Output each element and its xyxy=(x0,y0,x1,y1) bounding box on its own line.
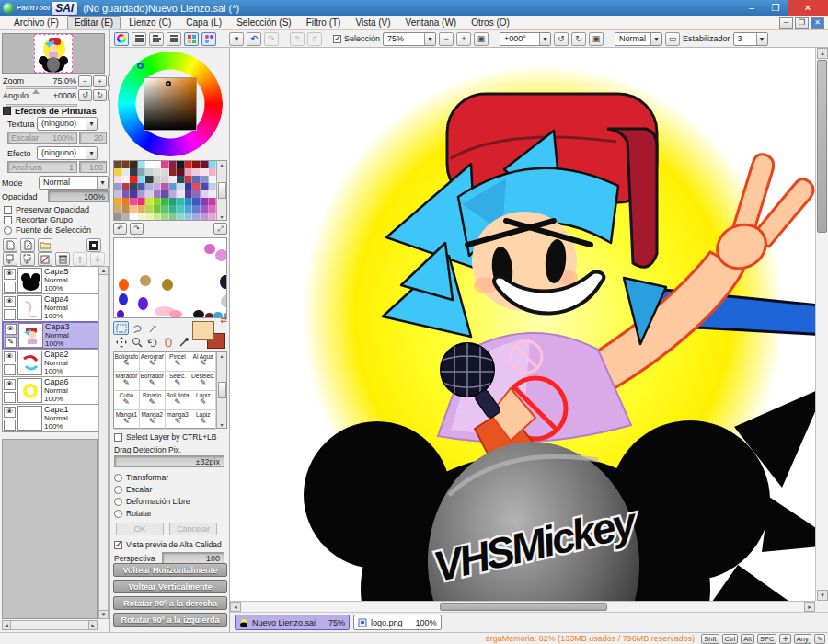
hue-marker[interactable] xyxy=(137,63,144,69)
mdi-close-button[interactable]: ✕ xyxy=(811,17,824,29)
swatch[interactable] xyxy=(154,161,162,168)
swatch[interactable] xyxy=(201,190,209,198)
swatch[interactable] xyxy=(161,190,169,198)
recortar-row[interactable]: Recortar Grupo xyxy=(0,215,73,224)
tool-cell[interactable]: Lapiz xyxy=(190,410,216,430)
swatch[interactable] xyxy=(209,190,217,198)
layer-list-vscrollbar[interactable]: ▴ ▾ xyxy=(98,266,109,619)
estabilizador-select[interactable]: 3 xyxy=(733,32,768,46)
minimize-button[interactable]: – xyxy=(740,0,764,16)
swatch[interactable] xyxy=(114,176,122,183)
merge-down-button[interactable] xyxy=(20,252,35,266)
swatch[interactable] xyxy=(201,176,209,183)
swatch[interactable] xyxy=(114,205,122,213)
swatch[interactable] xyxy=(138,176,146,183)
layer-row-capa2[interactable]: 👁 Capa2Normal100% xyxy=(2,349,99,377)
swatch[interactable] xyxy=(201,161,209,168)
swatch[interactable] xyxy=(138,205,146,213)
swatch[interactable] xyxy=(138,213,146,220)
menu-lienzo[interactable]: Lienzo (C) xyxy=(122,17,178,29)
vscroll-thumb[interactable] xyxy=(817,60,827,233)
navigator[interactable] xyxy=(2,33,105,74)
swatch[interactable] xyxy=(122,213,131,220)
escalar-radio[interactable] xyxy=(114,486,122,494)
visibility-eye-icon[interactable]: 👁 xyxy=(5,324,17,335)
raise-layer-button[interactable] xyxy=(73,252,87,266)
tool-cell[interactable]: Lapiz xyxy=(190,391,216,410)
swatch[interactable] xyxy=(145,205,154,213)
canvas-viewport[interactable]: VHSMickey xyxy=(230,48,815,601)
swatch[interactable] xyxy=(130,213,138,220)
swatch[interactable] xyxy=(209,205,217,213)
tool-cell[interactable]: Binario xyxy=(140,391,166,410)
rotate-ccw-button[interactable]: ↺ xyxy=(554,32,569,46)
swatch[interactable] xyxy=(192,205,201,213)
menu-seleccion[interactable]: Selección (S) xyxy=(230,17,297,29)
swatch[interactable] xyxy=(138,190,146,198)
swatch[interactable] xyxy=(154,183,162,190)
menu-capa[interactable]: Capa (L) xyxy=(179,17,228,29)
preservar-row[interactable]: Preservar Opacidad xyxy=(0,205,89,214)
swatch[interactable] xyxy=(177,176,185,183)
swatch[interactable] xyxy=(185,198,193,205)
swatch[interactable] xyxy=(209,183,217,190)
sv-marker[interactable] xyxy=(166,81,171,86)
swatch[interactable] xyxy=(192,198,201,205)
swatch[interactable] xyxy=(154,198,162,205)
zoom-out-button[interactable]: − xyxy=(439,32,454,46)
swatch[interactable] xyxy=(185,183,193,190)
swatch[interactable] xyxy=(209,213,217,220)
hsv-slider-panel-toggle[interactable] xyxy=(149,32,164,46)
swatch[interactable] xyxy=(145,168,154,176)
menu-vista[interactable]: Vista (V) xyxy=(349,17,397,29)
swatch[interactable] xyxy=(130,198,138,205)
swatch[interactable] xyxy=(114,190,122,198)
rotate-cw-button[interactable]: ↻ xyxy=(571,32,586,46)
menu-archivo[interactable]: Archivo (F) xyxy=(7,17,65,29)
swatch[interactable] xyxy=(177,198,185,205)
next-selection-button[interactable]: ↱ xyxy=(307,32,322,46)
rotate-canvas-tool[interactable] xyxy=(144,335,160,349)
swatch[interactable] xyxy=(201,198,209,205)
swatch[interactable] xyxy=(122,205,131,213)
swatch[interactable] xyxy=(161,205,169,213)
transformar-radio[interactable] xyxy=(114,474,122,482)
fuente-radio[interactable] xyxy=(4,226,12,235)
rotatar-row[interactable]: Rotatar xyxy=(110,509,152,518)
visibility-eye-icon[interactable]: 👁 xyxy=(4,269,16,280)
swatch[interactable] xyxy=(154,176,162,183)
visibility-eye-icon[interactable]: 👁 xyxy=(4,407,16,418)
zoom-select[interactable]: 75% xyxy=(383,32,436,46)
lower-layer-button[interactable] xyxy=(90,252,105,266)
nav-zoom-slider[interactable] xyxy=(6,86,77,89)
swatch[interactable] xyxy=(154,213,162,220)
mdi-restore-button[interactable]: ❐ xyxy=(795,17,809,29)
angle-reset-button[interactable]: ▣ xyxy=(589,32,604,46)
visibility-eye-icon[interactable]: 👁 xyxy=(4,296,16,307)
canvas-vscrollbar[interactable]: ▴ ▾ xyxy=(815,48,828,601)
swatch[interactable] xyxy=(161,213,169,220)
menu-filtro[interactable]: Filtro (T) xyxy=(300,17,348,29)
rotar-derecha-button[interactable]: Rotatar 90º a la derecha xyxy=(113,596,227,610)
swatch-expand-button[interactable]: ⤢ xyxy=(213,223,227,235)
layer-mask-button[interactable] xyxy=(86,238,101,252)
swatch[interactable] xyxy=(161,161,169,168)
tab-logo-png[interactable]: logo.png 100% xyxy=(353,615,442,630)
swatch[interactable] xyxy=(122,176,131,183)
swatch[interactable] xyxy=(169,198,178,205)
foreground-color-chip[interactable] xyxy=(192,321,214,340)
tool-cell[interactable]: Borrador xyxy=(140,372,166,391)
swatch[interactable] xyxy=(177,213,185,220)
swatch[interactable] xyxy=(185,205,193,213)
scratchpad[interactable] xyxy=(113,237,227,318)
close-button[interactable]: ✕ xyxy=(788,0,828,16)
swatch[interactable] xyxy=(209,198,217,205)
swatch[interactable] xyxy=(154,190,162,198)
prev-selection-button[interactable]: ↰ xyxy=(290,32,305,46)
swatch[interactable] xyxy=(145,161,154,168)
swatch[interactable] xyxy=(138,183,146,190)
tool-cell[interactable]: Marador xyxy=(114,372,140,391)
swatch[interactable] xyxy=(192,168,201,176)
efecto-select[interactable]: (ninguno) xyxy=(37,146,98,160)
swatch[interactable] xyxy=(209,176,217,183)
